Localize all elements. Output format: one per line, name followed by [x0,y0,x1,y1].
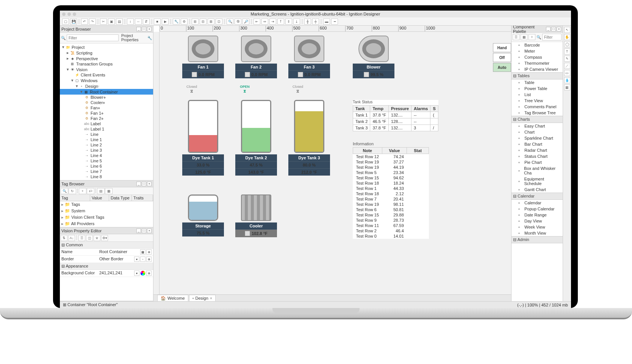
palette-item[interactable]: ▫Equipment Schedule [512,176,563,187]
palette-mode1-icon[interactable]: ☰ [513,34,519,40]
panel-restore-icon[interactable]: □ [142,229,146,233]
gear-icon[interactable]: ⚙ [181,19,188,25]
copy-icon[interactable]: ▣ [108,19,115,25]
snap2-icon[interactable]: ⊟ [200,19,206,25]
filter3-icon[interactable]: ※ [94,235,100,241]
alignl-icon[interactable]: ⇤ [253,19,260,25]
palette-item[interactable]: ▫Popup Calendar [512,206,563,212]
valve-3[interactable]: Closed⧖ [292,85,303,96]
maximize-window-icon[interactable] [73,12,76,16]
new-icon[interactable]: ▢ [62,19,69,25]
view2-icon[interactable]: ▦ [105,188,113,194]
panel-close-icon[interactable]: × [147,27,152,31]
dist1-icon[interactable]: ╫ [304,19,311,25]
pen-icon[interactable]: ✎ [564,56,570,62]
layer1-icon[interactable]: ▬ [323,19,330,25]
col-value[interactable]: Value [90,195,109,201]
panel-minimize-icon[interactable]: _ [136,229,141,233]
refresh-icon[interactable]: ↻ [69,188,76,194]
rect-icon[interactable]: ▭ [564,70,570,76]
alignr-icon[interactable]: ⇥ [269,19,276,25]
panel-minimize-icon[interactable]: _ [546,27,551,31]
tag-icon[interactable]: 🏷 [87,188,94,194]
col-header[interactable]: Tank [353,106,370,112]
align2-icon[interactable]: ↔ [135,19,142,25]
palette-item[interactable]: ▫Date Range [512,212,563,218]
palette-group[interactable]: ⊟ Tables [512,72,563,79]
redo-icon[interactable]: ↷ [89,19,96,25]
tab-welcome[interactable]: 🏠Welcome [157,295,188,302]
save-icon[interactable]: 💾 [70,19,77,25]
col-datatype[interactable]: Data Type [109,195,132,201]
close-window-icon[interactable] [62,12,66,16]
storage-tank[interactable]: Storage 75.5 % [182,194,224,236]
table-row[interactable]: Test Row 1818.24 [353,180,429,186]
filter4-icon[interactable]: ⚙▾ [101,235,108,241]
table-row[interactable]: Tank 337.8 °F132....3/ [353,125,438,131]
link-icon[interactable]: ⊕ [146,249,152,255]
grad-icon[interactable]: ▦ [564,84,570,90]
tank-status-table[interactable]: Tank Status TankTempPressureAlarmsSTank … [353,100,438,131]
palette-item[interactable]: ▫Calendar [512,200,563,206]
palette-item[interactable]: ▫Comments Panel [512,104,563,110]
prop-row-border[interactable]: Border Other Border ▾▫⊕ [60,256,153,263]
col-tag[interactable]: Tag [60,195,90,201]
prop-group-appearance[interactable]: Appearance [66,264,88,268]
palette-item[interactable]: ▫Box and Whisker Cha [512,165,563,176]
palette-mode3-icon[interactable]: ✧ [529,34,535,40]
hand-icon[interactable]: ✋ [564,34,570,40]
design-canvas[interactable]: Fan 1 0.0 RPM Fan 2 0.0 RPM Fan 3 0.0 RP… [160,32,511,294]
information-table[interactable]: Information NoteValueStatTest Row 1274.2… [353,142,429,239]
col-header[interactable]: Temp [370,106,389,112]
dist2-icon[interactable]: ╪ [312,19,319,25]
palette-item[interactable]: ▫Bar Chart [512,141,563,147]
palette-item[interactable]: ▫Barcode [512,42,563,48]
table-row[interactable]: Test Row 246.4 [353,228,429,233]
panel-close-icon[interactable]: × [147,182,152,186]
palette-item[interactable]: ▫Power Table [512,86,563,92]
valve-1[interactable]: Closed⧖ [186,85,197,96]
zoomin-icon[interactable]: 🔎 [242,19,249,25]
fan-1[interactable]: Fan 1 0.0 RPM [182,36,224,78]
palette-item[interactable]: ▫Meter [512,48,563,54]
project-tree[interactable]: ▾📁Project ▸📜Scripting ▸◈Perspective ⊞Tra… [60,44,153,180]
dye-tank-3[interactable]: Dye Tank 3 80.0 % 212.0 °F [288,100,330,176]
wrench-icon[interactable]: 🔧 [173,19,180,25]
palette-item[interactable]: ▫Week View [512,224,563,230]
tab-design[interactable]: ▫Design× [189,295,216,301]
cooler[interactable]: Cooler 102.8 °F [235,194,277,237]
table-row[interactable]: Tank 246.5 °F128....-- [353,118,438,125]
dye-tank-2[interactable]: Dye Tank 2 47.5 % 143.0 °F [235,100,277,176]
palette-group[interactable]: ⊟ Charts [512,116,563,123]
palette-item[interactable]: ▫Tag Browse Tree [512,110,563,116]
zoomout-icon[interactable]: 🔍 [227,19,233,25]
dye-tank-1[interactable]: Dye Tank 1 33.0 % 125.0 °F [182,100,224,176]
dropdown-icon[interactable]: ▾ [134,257,139,262]
close-tab-icon[interactable]: × [210,296,212,300]
panel-restore-icon[interactable]: □ [551,27,556,31]
cut-icon[interactable]: ✂ [100,19,107,25]
panel-close-icon[interactable]: × [557,27,561,31]
filter1-icon[interactable]: ☰ [78,235,85,241]
snap1-icon[interactable]: ⊞ [192,19,199,25]
col-header[interactable]: Alarms [411,106,430,112]
search-icon[interactable]: 🔍 [61,188,68,194]
snap4-icon[interactable]: ⊡ [216,19,222,25]
align3-icon[interactable]: ⇵ [143,19,150,25]
table-row[interactable]: Test Row 1944.19 [353,165,429,170]
paste-icon[interactable]: ▤ [116,19,123,25]
off-button[interactable]: Off [493,53,511,62]
dropdown-icon[interactable]: ▾ [134,271,139,276]
sort1-icon[interactable]: ⇅ [61,235,67,241]
prop-row-bgcolor[interactable]: Background Color 241,241,241 ▾⊕ [60,270,153,277]
palette-item[interactable]: ▫Month View [512,230,563,236]
zoomreset-icon[interactable]: ⦿ [235,19,241,25]
table-row[interactable]: Test Row 720.41 [353,196,429,202]
valve-2[interactable]: OPEN⧗ [239,85,250,96]
palette-mode2-icon[interactable]: ▦ [521,34,527,40]
palette-item[interactable]: ▫Easy Chart [512,123,563,129]
table-row[interactable]: Test Row 1274.24 [353,154,429,160]
layer2-icon[interactable]: ━ [331,19,338,25]
table-row[interactable]: Tank 137.8 °F132....--( [353,112,438,118]
view1-icon[interactable]: ▤ [97,188,105,194]
